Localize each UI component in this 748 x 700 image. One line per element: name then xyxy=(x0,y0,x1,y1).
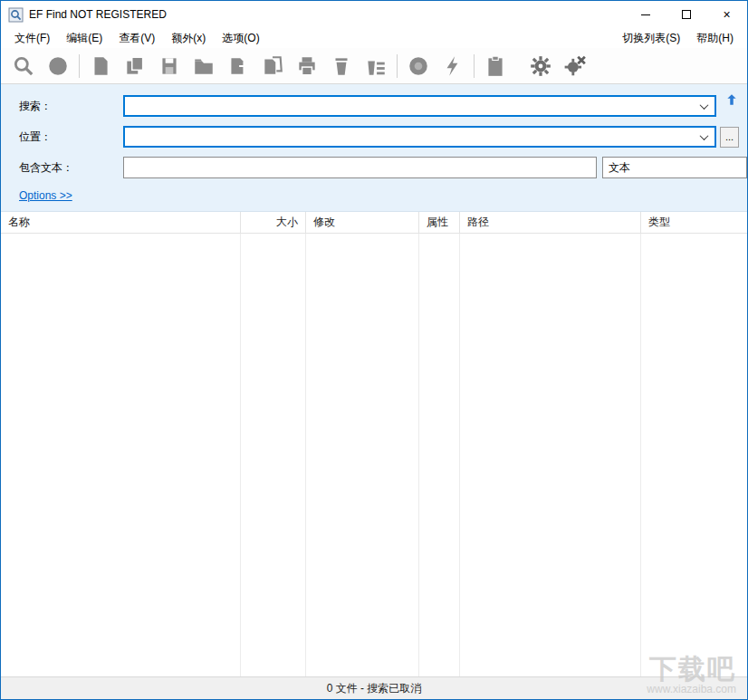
save-list-icon xyxy=(158,54,181,78)
location-label: 位置： xyxy=(19,129,123,145)
toolbar-separator xyxy=(397,54,398,78)
maximize-button[interactable] xyxy=(666,1,706,28)
move-to-icon xyxy=(261,54,284,78)
delete-icon xyxy=(330,54,353,78)
menu-edit[interactable]: 编辑(E) xyxy=(58,29,110,48)
search-label: 搜索： xyxy=(19,99,123,114)
menu-switch-list[interactable]: 切换列表(S) xyxy=(614,29,688,48)
toolbar-delete-list-button[interactable] xyxy=(359,52,393,81)
column-body-type xyxy=(641,234,747,676)
status-text: 0 文件 - 搜索已取消 xyxy=(327,681,422,696)
text-type-combobox[interactable] xyxy=(602,157,747,178)
search-icon xyxy=(12,54,35,78)
toolbar-separator xyxy=(474,54,475,78)
gear-close-icon xyxy=(563,54,587,78)
toolbar xyxy=(1,48,747,84)
toolbar-clipboard-button[interactable] xyxy=(478,52,513,81)
stop-icon xyxy=(46,54,70,78)
delete-list-icon xyxy=(364,54,388,78)
app-window: EF Find NOT REGISTERED × 文件(F) 编辑(E) 查看(… xyxy=(0,0,748,700)
toolbar-open-file-button[interactable] xyxy=(83,52,118,81)
column-header-size[interactable]: 大小 xyxy=(241,212,306,233)
contains-text-input[interactable] xyxy=(123,157,597,178)
location-combobox[interactable] xyxy=(123,126,716,148)
chevron-down-icon[interactable] xyxy=(693,128,714,146)
toolbar-open-folder-button[interactable] xyxy=(187,52,221,81)
toolbar-separator xyxy=(79,54,80,78)
maximize-icon xyxy=(682,10,691,19)
menu-help[interactable]: 帮助(H) xyxy=(688,29,742,48)
lightning-icon xyxy=(441,54,465,78)
open-folder-icon xyxy=(192,54,216,78)
search-combobox[interactable] xyxy=(123,95,716,117)
statusbar: 0 文件 - 搜索已取消 xyxy=(1,676,747,699)
search-input[interactable] xyxy=(125,97,693,115)
toolbar-settings-button[interactable] xyxy=(523,52,558,81)
chevron-down-icon[interactable] xyxy=(693,97,714,115)
menu-options[interactable]: 选项(O) xyxy=(214,29,267,48)
search-form-panel: 搜索： 位置： ... 包含文本： Options >> xyxy=(1,84,747,212)
app-icon xyxy=(8,7,24,23)
column-header-path[interactable]: 路径 xyxy=(460,212,641,233)
column-body-attributes xyxy=(419,234,460,676)
titlebar: EF Find NOT REGISTERED × xyxy=(1,1,747,28)
copy-to-icon xyxy=(226,54,250,78)
toolbar-copy-document-button[interactable] xyxy=(118,52,152,81)
options-link[interactable]: Options >> xyxy=(19,189,72,202)
toolbar-refresh-button[interactable] xyxy=(401,52,436,81)
collapse-panel-button[interactable] xyxy=(724,91,740,108)
clipboard-icon xyxy=(484,54,507,78)
menu-view[interactable]: 查看(V) xyxy=(110,29,163,48)
toolbar-search-button[interactable] xyxy=(6,52,41,81)
results-header-row: 名称 大小 修改 属性 路径 类型 xyxy=(1,212,747,234)
toolbar-save-list-button[interactable] xyxy=(152,52,187,81)
toolbar-exit-button[interactable] xyxy=(558,52,592,81)
close-button[interactable]: × xyxy=(706,1,747,28)
toolbar-delete-button[interactable] xyxy=(324,52,359,81)
column-body-modified xyxy=(306,234,419,676)
print-icon xyxy=(295,54,319,78)
close-icon: × xyxy=(723,8,730,21)
minimize-button[interactable] xyxy=(625,1,666,28)
menubar: 文件(F) 编辑(E) 查看(V) 额外(x) 选项(O) 切换列表(S) 帮助… xyxy=(1,28,747,48)
copy-document-icon xyxy=(123,54,147,78)
column-body-name xyxy=(1,234,241,676)
open-file-icon xyxy=(89,54,112,78)
location-input[interactable] xyxy=(125,128,693,146)
refresh-icon xyxy=(407,54,430,78)
column-header-name[interactable]: 名称 xyxy=(1,212,241,233)
text-type-value[interactable] xyxy=(603,158,748,177)
toolbar-copy-to-button[interactable] xyxy=(221,52,255,81)
browse-button[interactable]: ... xyxy=(720,127,739,148)
toolbar-print-button[interactable] xyxy=(290,52,324,81)
column-header-attributes[interactable]: 属性 xyxy=(419,212,460,233)
results-list[interactable] xyxy=(1,234,747,676)
arrow-up-icon xyxy=(725,93,738,106)
menu-extra[interactable]: 额外(x) xyxy=(163,29,214,48)
minimize-icon xyxy=(641,14,650,15)
contains-text-label: 包含文本： xyxy=(19,160,123,176)
window-title: EF Find NOT REGISTERED xyxy=(29,8,167,21)
gear-icon xyxy=(529,54,552,78)
toolbar-stop-button[interactable] xyxy=(41,52,75,81)
menu-file[interactable]: 文件(F) xyxy=(6,29,58,48)
column-body-size xyxy=(241,234,306,676)
column-header-type[interactable]: 类型 xyxy=(641,212,747,233)
column-header-modified[interactable]: 修改 xyxy=(306,212,419,233)
column-body-path xyxy=(460,234,641,676)
toolbar-move-to-button[interactable] xyxy=(255,52,290,81)
toolbar-quick-search-button[interactable] xyxy=(436,52,470,81)
